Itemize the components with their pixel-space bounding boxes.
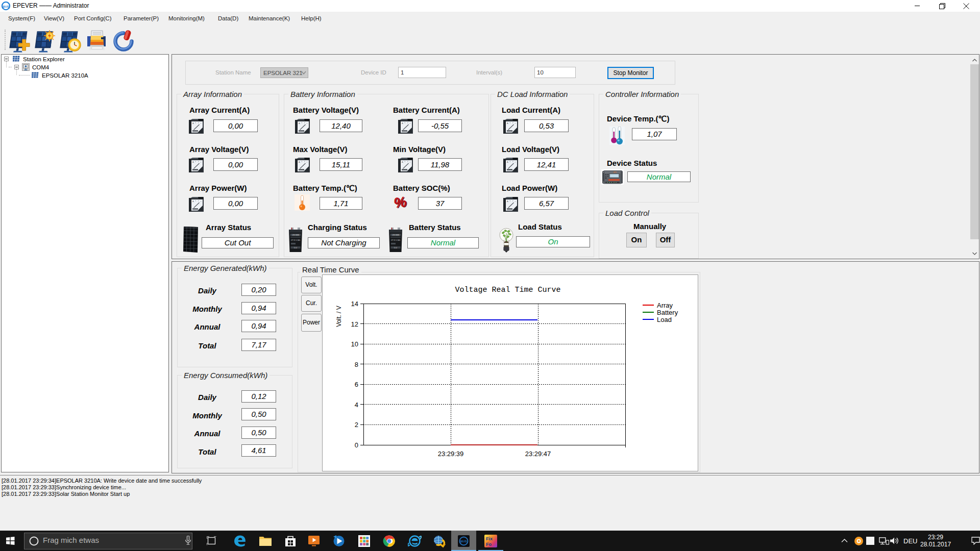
svg-text:Fix: Fix — [486, 536, 493, 541]
svg-text:6: 6 — [355, 381, 358, 388]
svg-text:8: 8 — [355, 361, 358, 368]
svg-text:0: 0 — [355, 441, 358, 449]
svg-text:BUS: BUS — [3, 5, 9, 8]
svg-text:23:29:47: 23:29:47 — [525, 450, 551, 458]
svg-text:Fo: Fo — [486, 542, 492, 547]
svg-text:Voltage Real Time Curve: Voltage Real Time Curve — [455, 286, 560, 294]
svg-text:Load: Load — [657, 316, 672, 323]
svg-text:BUS: BUS — [460, 540, 467, 543]
svg-text:4: 4 — [355, 401, 358, 409]
svg-text:Battery: Battery — [657, 309, 678, 316]
svg-text:Volt. / V: Volt. / V — [335, 306, 342, 327]
svg-text:Array: Array — [657, 302, 673, 309]
svg-text:23:29:39: 23:29:39 — [438, 450, 464, 458]
svg-text:2: 2 — [355, 421, 358, 429]
svg-text:10: 10 — [351, 340, 358, 348]
svg-text:12: 12 — [351, 320, 358, 328]
svg-text:14: 14 — [351, 300, 358, 308]
